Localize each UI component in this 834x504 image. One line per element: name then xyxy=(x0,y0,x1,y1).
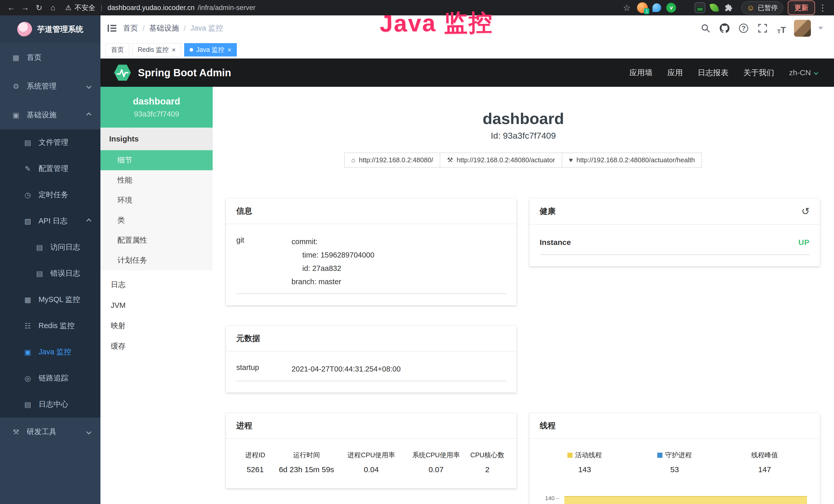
breadcrumb-home[interactable]: 首页 xyxy=(123,23,138,33)
service-url-link[interactable]: ⌂ http://192.168.0.2:48080/ xyxy=(344,153,440,168)
extension-on-badge-icon[interactable]: on xyxy=(695,2,705,13)
browser-menu-icon[interactable]: ⋮ xyxy=(816,2,829,14)
grid-icon: ▦ xyxy=(23,296,33,304)
search-icon[interactable] xyxy=(699,22,712,35)
instance-header[interactable]: dashboard 93a3fc7f7409 xyxy=(101,87,213,128)
nav-applications[interactable]: 应用 xyxy=(667,68,683,78)
app-title: 芋道管理系统 xyxy=(37,24,84,35)
address-bar[interactable]: ⚠ 不安全 | dashboard.yudao.iocoder.cn/infra… xyxy=(65,3,256,12)
tab-redis-monitor[interactable]: Redis 监控 × xyxy=(132,43,181,56)
tab-home[interactable]: 首页 xyxy=(106,43,129,56)
chevron-up-icon xyxy=(86,112,91,118)
menu-label: Java 监控 xyxy=(39,347,71,357)
nav-about[interactable]: 关于我们 xyxy=(743,68,774,78)
actuator-url-link[interactable]: ⚒ http://192.168.0.2:48080/actuator xyxy=(440,153,562,168)
sba-item-details[interactable]: 细节 xyxy=(101,150,213,170)
nav-journal[interactable]: 日志报表 xyxy=(698,68,728,78)
menu-label: 首页 xyxy=(27,52,42,63)
stat-pid: 进程ID 5261 xyxy=(236,451,274,474)
health-url-link[interactable]: ♥ http://192.168.0.2:48080/actuator/heal… xyxy=(562,153,702,168)
sba-item-configprops[interactable]: 配置属性 xyxy=(101,230,213,250)
sidebar-item-api-logs[interactable]: ▧ API 日志 xyxy=(0,208,101,234)
sba-item-logs[interactable]: 日志 xyxy=(101,274,213,295)
breadcrumb-current: Java 监控 xyxy=(190,23,223,33)
table-row[interactable]: Instance UP xyxy=(540,229,810,255)
header-actions: ? TT xyxy=(699,20,823,37)
sba-item-performance[interactable]: 性能 xyxy=(101,170,213,190)
metadata-value: 2021-04-27T00:44:31.254+08:00 xyxy=(291,362,506,375)
sidebar-item-mysql-monitor[interactable]: ▦ MySQL 监控 xyxy=(0,287,101,313)
menu-label: 配置管理 xyxy=(39,164,68,174)
sidebar-item-scheduled-tasks[interactable]: ◷ 定时任务 xyxy=(0,182,101,208)
locale-select[interactable]: zh-CN xyxy=(789,68,817,77)
close-icon[interactable]: × xyxy=(172,46,176,53)
paused-badge[interactable]: ☺ 已暂停 xyxy=(741,1,783,15)
tab-java-monitor[interactable]: Java 监控 × xyxy=(184,43,237,56)
sidebar-item-system-management[interactable]: ⚙ 系统管理 xyxy=(0,72,101,101)
monitor-icon: ▣ xyxy=(23,348,33,357)
sidebar-item-log-center[interactable]: ▤ 日志中心 xyxy=(0,391,101,417)
extension-drop-icon[interactable] xyxy=(651,2,662,13)
history-icon[interactable]: ↺ xyxy=(802,206,810,217)
browser-home-icon[interactable]: ⌂ xyxy=(47,2,59,14)
fullscreen-icon[interactable] xyxy=(756,22,769,35)
reload-icon[interactable]: ↻ xyxy=(33,2,45,14)
extension-leaf-icon[interactable] xyxy=(709,2,720,13)
sidebar-item-access-logs[interactable]: ▤ 访问日志 xyxy=(0,234,101,260)
back-icon[interactable]: ← xyxy=(5,2,18,14)
sba-item-environment[interactable]: 环境 xyxy=(101,190,213,210)
forward-icon[interactable]: → xyxy=(19,2,31,14)
sba-item-scheduled-tasks[interactable]: 计划任务 xyxy=(101,250,213,270)
menu-label: 文件管理 xyxy=(39,137,68,147)
extension-grid-icon[interactable] xyxy=(680,2,691,13)
card-body: git commit: time: 1596289704000 id: 27aa… xyxy=(226,224,517,305)
sidebar-item-error-logs[interactable]: ▤ 错误日志 xyxy=(0,260,101,287)
sidebar-item-java-monitor[interactable]: ▣ Java 监控 xyxy=(0,339,101,365)
close-icon[interactable]: × xyxy=(227,46,232,53)
nav-applications-wall[interactable]: 应用墙 xyxy=(629,68,652,78)
sba-item-jvm[interactable]: JVM xyxy=(101,295,213,316)
info-value-tree: commit: time: 1596289704000 id: 27aa832 … xyxy=(291,235,506,288)
sba-item-caches[interactable]: 缓存 xyxy=(101,336,213,357)
sidebar-toggle-icon[interactable] xyxy=(106,22,118,34)
sidebar-item-config-management[interactable]: ✎ 配置管理 xyxy=(0,156,101,182)
app-shell: 芋道管理系统 ▦ 首页 ⚙ 系统管理 ▣ 基础设施 xyxy=(0,16,834,504)
sidebar-item-home[interactable]: ▦ 首页 xyxy=(0,43,101,72)
clock-icon: ◷ xyxy=(23,191,33,199)
sidebar-item-tracing[interactable]: ◎ 链路追踪 xyxy=(0,365,101,391)
card-body: startup 2021-04-27T00:44:31.254+08:00 xyxy=(226,351,517,393)
extension-green-circle-icon[interactable]: v xyxy=(666,2,677,13)
update-button[interactable]: 更新 xyxy=(788,1,815,15)
paused-label: 已暂停 xyxy=(758,3,778,12)
menu-label: MySQL 监控 xyxy=(39,295,80,305)
sidebar-item-file-management[interactable]: ▤ 文件管理 xyxy=(0,130,101,156)
font-size-icon[interactable]: TT xyxy=(775,22,788,35)
app-logo[interactable]: 芋道管理系统 xyxy=(0,16,101,43)
tab-label: 首页 xyxy=(111,45,124,54)
info-line: id: 27aa832 xyxy=(291,261,506,275)
spring-boot-admin-logo[interactable] xyxy=(114,64,131,82)
instance-title: dashboard xyxy=(213,109,834,128)
extension-fox-icon[interactable]: 1 xyxy=(637,2,648,13)
stat-peak-threads: 线程峰值 147 xyxy=(720,451,810,474)
sba-nav-links: 应用墙 应用 日志报表 关于我们 zh-CN xyxy=(629,68,817,78)
breadcrumb-separator: / xyxy=(184,24,186,32)
github-icon[interactable] xyxy=(718,22,731,35)
help-icon[interactable]: ? xyxy=(737,22,750,35)
question-mark: ? xyxy=(739,24,748,33)
sba-content: dashboard Id: 93a3fc7f7409 ⌂ http://192.… xyxy=(213,87,834,504)
user-avatar[interactable] xyxy=(794,20,811,37)
sba-item-classes[interactable]: 类 xyxy=(101,210,213,230)
extensions-puzzle-icon[interactable] xyxy=(723,2,734,13)
sidebar-item-dev-tools[interactable]: ⚒ 研发工具 xyxy=(0,417,101,446)
sba-item-mappings[interactable]: 映射 xyxy=(101,316,213,336)
menu-label: API 日志 xyxy=(39,216,68,226)
breadcrumb-infrastructure[interactable]: 基础设施 xyxy=(149,23,179,33)
chevron-down-icon xyxy=(814,71,818,75)
url-domain: dashboard.yudao.iocoder.cn xyxy=(107,4,194,12)
sba-sidebar: dashboard 93a3fc7f7409 Insights 细节 性能 环境… xyxy=(101,87,213,504)
bookmark-star-icon[interactable]: ☆ xyxy=(620,2,633,14)
user-menu-caret-icon[interactable] xyxy=(818,27,823,30)
sidebar-item-redis-monitor[interactable]: ☷ Redis 监控 xyxy=(0,313,101,339)
sidebar-item-infrastructure[interactable]: ▣ 基础设施 xyxy=(0,101,101,130)
